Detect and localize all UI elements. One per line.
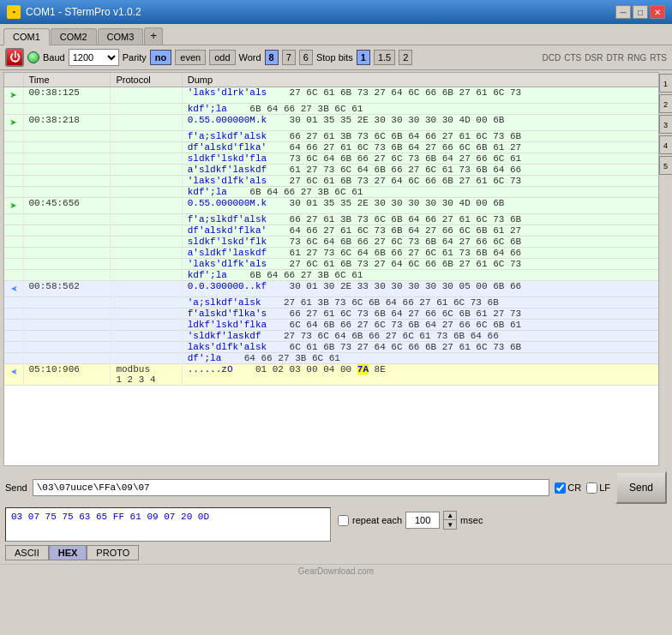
word-8-button[interactable]: 8 [265, 50, 279, 65]
protocol-cell [111, 153, 182, 165]
time-cell: 00:45:656 [23, 198, 111, 214]
proto-mode-button[interactable]: PROTO [87, 545, 139, 560]
parity-odd-button[interactable]: odd [209, 50, 235, 65]
protocol-cell [111, 176, 182, 187]
hex-mode-button[interactable]: HEX [49, 545, 87, 560]
time-cell [23, 187, 111, 198]
protocol-cell [111, 165, 182, 176]
table-row: laks'dlfk'alsk 6C 61 6B 73 27 64 6C 66 6… [4, 342, 668, 353]
baud-select[interactable]: 1200240048009600 192003840057600115200 [69, 49, 119, 66]
dump-text: df';la [188, 353, 222, 363]
word-6-button[interactable]: 6 [299, 50, 313, 65]
hex-bytes: 6B 64 66 27 3B 6C 61 [249, 104, 363, 114]
send-button[interactable]: Send [615, 471, 667, 504]
cr-label: CR [567, 482, 581, 493]
scroll-num-4[interactable]: 4 [659, 135, 673, 154]
tab-com2[interactable]: COM2 [51, 28, 97, 45]
footer-text: GearDownload.com [298, 566, 374, 576]
dump-cell: 'laks'dlrk'als 27 6C 61 6B 73 27 64 6C 6… [182, 87, 667, 104]
scroll-num-3[interactable]: 3 [659, 115, 673, 134]
power-button[interactable] [5, 48, 24, 67]
table-row: 'a;slkdf'alsk 27 61 3B 73 6C 6B 64 66 27… [4, 297, 668, 309]
table-row: df'alskd'flka' 64 66 27 61 6C 73 6B 64 2… [4, 142, 668, 153]
tab-com1[interactable]: COM1 [3, 28, 50, 45]
scroll-num-1[interactable]: 1 [659, 74, 673, 93]
hex-display[interactable]: 03 07 75 75 63 65 FF 61 09 07 20 0D [5, 507, 331, 542]
dump-cell: ldkf'lskd'flka 6C 64 6B 66 27 6C 73 6B 6… [182, 320, 667, 331]
toolbar: Baud 1200240048009600 192003840057600115… [0, 45, 672, 70]
table-row: ldkf'lskd'flka 6C 64 6B 66 27 6C 73 6B 6… [4, 320, 668, 331]
parity-label: Parity [123, 52, 147, 63]
dump-cell: kdf';la 6B 64 66 27 3B 6C 61 [182, 270, 667, 281]
table-row: kdf';la 6B 64 66 27 3B 6C 61 [4, 104, 668, 115]
direction-cell [4, 104, 23, 115]
direction-cell [4, 342, 23, 353]
dump-cell: 'laks'dlfk'als 27 6C 61 6B 73 27 64 6C 6… [182, 259, 667, 270]
dump-cell: sldkf'lskd'fla 73 6C 64 6B 66 27 6C 73 6… [182, 153, 667, 165]
lf-checkbox[interactable] [586, 482, 597, 494]
dump-text: sldkf'lskd'flk [188, 237, 267, 247]
stopbits-1-button[interactable]: 1 [357, 50, 370, 65]
hex-bytes: 6B 64 66 27 3B 6C 61 [249, 187, 363, 197]
parity-no-button[interactable]: no [150, 50, 171, 65]
repeat-up-arrow[interactable]: ▲ [444, 512, 456, 520]
col-dump: Dump [182, 73, 667, 87]
protocol-cell [111, 248, 182, 259]
tab-bar: COM1 COM2 COM3 + [0, 24, 672, 45]
direction-cell [4, 153, 23, 165]
data-view[interactable]: Time Protocol Dump ➤00:38:125'laks'dlrk'… [3, 72, 669, 466]
scroll-num-5[interactable]: 5 [659, 156, 673, 175]
protocol-cell: modbus 1 2 3 4 [111, 364, 182, 386]
tab-add-button[interactable]: + [144, 27, 163, 45]
dump-text: 'a;slkdf'alsk [188, 297, 261, 308]
window-title: COM1 - STermPro v1.0.2 [26, 6, 141, 18]
dump-text: kdf';la [188, 270, 227, 280]
arrow-in-icon: ➤ [10, 365, 17, 380]
table-row: sldkf'lskd'fla 73 6C 64 6B 66 27 6C 73 6… [4, 153, 668, 165]
dump-cell: 0.0.300000..kf 30 01 30 2E 33 30 30 30 3… [182, 281, 667, 297]
title-bar: ▪ COM1 - STermPro v1.0.2 ─ □ ✕ [0, 0, 672, 24]
word-7-button[interactable]: 7 [282, 50, 296, 65]
hex-bytes: 66 27 61 3B 73 6C 6B 64 66 27 61 6C 73 6… [290, 131, 522, 141]
protocol-cell [111, 259, 182, 270]
stopbits-15-button[interactable]: 1.5 [374, 50, 395, 65]
repeat-checkbox[interactable] [338, 515, 349, 526]
maximize-button[interactable]: □ [633, 5, 648, 19]
hex-bytes: 64 66 27 3B 6C 61 [244, 353, 340, 363]
direction-cell [4, 331, 23, 342]
ascii-mode-button[interactable]: ASCII [5, 545, 49, 560]
tab-com3[interactable]: COM3 [98, 28, 144, 45]
dsr-status: DSR [585, 53, 603, 63]
dump-cell: df'alskd'flka' 64 66 27 61 6C 73 6B 64 2… [182, 225, 667, 237]
stopbits-2-button[interactable]: 2 [399, 50, 412, 65]
dump-text: f'alskd'flka's [188, 309, 267, 319]
dump-cell: 0.55.000000M.k 30 01 35 35 2E 30 30 30 3… [182, 198, 667, 214]
direction-cell [4, 297, 23, 309]
time-cell [23, 353, 111, 364]
time-cell: 00:38:125 [23, 87, 111, 104]
hex-bytes: 27 73 6C 64 6B 66 27 6C 61 73 6B 64 66 [284, 331, 499, 341]
send-label: Send [5, 482, 27, 493]
repeat-down-arrow[interactable]: ▼ [444, 520, 456, 529]
window-controls[interactable]: ─ □ ✕ [615, 5, 665, 19]
protocol-cell [111, 353, 182, 364]
parity-even-button[interactable]: even [175, 50, 206, 65]
time-cell: 05:10:906 [23, 364, 111, 386]
table-row: f'a;slkdf'alsk 66 27 61 3B 73 6C 6B 64 6… [4, 131, 668, 142]
dump-cell: 'sldkf'laskdf 27 73 6C 64 6B 66 27 6C 61… [182, 331, 667, 342]
table-row: kdf';la 6B 64 66 27 3B 6C 61 [4, 187, 668, 198]
send-input[interactable] [33, 479, 550, 496]
minimize-button[interactable]: ─ [615, 5, 631, 19]
hex-bytes: 66 27 61 6C 73 6B 64 27 66 6C 6B 61 27 7… [290, 309, 522, 319]
dump-text: 'laks'dlfk'als [188, 259, 267, 269]
cr-checkbox[interactable] [555, 482, 566, 494]
time-cell [23, 270, 111, 281]
close-button[interactable]: ✕ [650, 5, 665, 19]
direction-cell [4, 214, 23, 225]
status-indicators: DCD CTS DSR DTR RNG RTS [543, 53, 667, 63]
time-cell [23, 142, 111, 153]
repeat-input[interactable] [405, 512, 440, 529]
protocol-cell [111, 270, 182, 281]
protocol-cell [111, 104, 182, 115]
scroll-num-2[interactable]: 2 [659, 94, 673, 113]
